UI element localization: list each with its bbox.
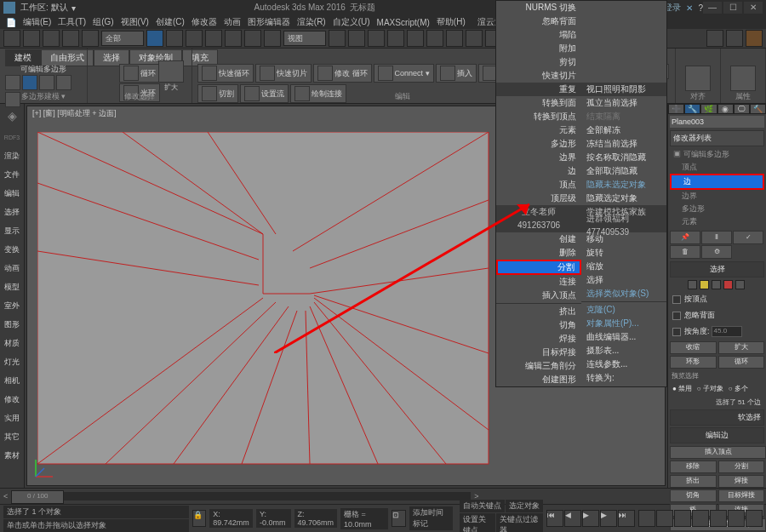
render-frame-button[interactable]	[726, 30, 743, 47]
coord-z[interactable]: Z: 49.706mm	[294, 509, 338, 528]
ctx-wireparam[interactable]: 连线参数...	[581, 358, 666, 371]
ribbon-insert[interactable]: 插入	[436, 64, 477, 83]
btn-shrink[interactable]: 收缩	[670, 341, 717, 354]
ctx-create[interactable]: 创建	[496, 232, 581, 246]
ctx-scale[interactable]: 缩放	[581, 260, 666, 273]
ctx-nurms[interactable]: NURMS 切换	[496, 1, 581, 14]
ctx-split[interactable]: 分割	[496, 260, 581, 275]
lb-render[interactable]: 渲染	[0, 146, 24, 165]
btn-loop[interactable]: 循环	[718, 356, 765, 369]
presel-subobj[interactable]: 子对象	[703, 384, 723, 393]
ribbon-grow-icon[interactable]	[158, 60, 184, 83]
keyfilter-button[interactable]: 关键点过滤器...	[496, 513, 543, 532]
vp-zoomext[interactable]	[674, 510, 691, 527]
vp-zoomall[interactable]	[656, 510, 673, 527]
lb-outdoor[interactable]: 室外	[0, 296, 24, 315]
autokey-button[interactable]: 自动关键点	[460, 500, 505, 512]
ctx-selectsimilar[interactable]: 选择类似对象(S)	[581, 287, 666, 300]
so-elem[interactable]	[735, 280, 745, 289]
minimize-button[interactable]: —	[703, 2, 722, 14]
cp-motion-tab[interactable]: ◉	[717, 104, 734, 114]
ctx-extrude[interactable]: 挤出	[496, 305, 581, 318]
play-toggle[interactable]: ▶	[582, 510, 599, 527]
ctx-chamfer[interactable]: 切角	[496, 318, 581, 332]
stack-showend[interactable]: Ⅱ	[701, 231, 732, 244]
angle-spinner[interactable]: 45.0	[712, 326, 742, 337]
chk-byvertex[interactable]	[672, 295, 681, 304]
stack-edge[interactable]: 边	[670, 174, 764, 190]
coord-y[interactable]: Y: -0.0mm	[256, 509, 291, 528]
time-slider[interactable]: < 0 / 100 >	[0, 488, 766, 504]
rollout-editedge[interactable]: 编辑边	[670, 427, 764, 443]
play-next[interactable]: ▶	[600, 510, 617, 527]
lb-material[interactable]: 材质	[0, 334, 24, 352]
close-button[interactable]: ✕	[744, 2, 763, 14]
so-border[interactable]	[712, 280, 721, 289]
vp-orbit[interactable]	[728, 510, 745, 527]
snap-button[interactable]	[348, 30, 365, 47]
lb-light[interactable]: 灯光	[0, 352, 24, 371]
window-crossing-button[interactable]	[205, 30, 222, 47]
bind-button[interactable]	[82, 30, 99, 47]
select-region-button[interactable]	[186, 30, 203, 47]
time-track[interactable]: 0 / 100	[11, 492, 471, 501]
ctx-insertv[interactable]: 插入顶点	[496, 289, 581, 302]
select-button[interactable]	[146, 30, 163, 47]
ctx-weld[interactable]: 焊接	[496, 332, 581, 346]
layers-button[interactable]	[466, 30, 483, 47]
vp-zoom[interactable]	[638, 510, 655, 527]
add-time-tag[interactable]: 添加时间标记	[409, 506, 453, 530]
ribbon-align-icon[interactable]	[685, 66, 711, 91]
lb-select[interactable]: 选择	[0, 203, 24, 221]
ctx-clone[interactable]: 克隆(C)	[581, 303, 666, 317]
rotate-button[interactable]	[244, 30, 261, 47]
so-edge[interactable]	[700, 280, 709, 289]
lb-other[interactable]: 其它	[0, 427, 24, 446]
redo-button[interactable]	[23, 30, 40, 47]
ctx-edittri[interactable]: 编辑三角剖分	[496, 359, 581, 373]
menu-group[interactable]: 组(G)	[90, 16, 116, 28]
exchange-icon[interactable]: ✕	[686, 3, 693, 13]
ctx-connect[interactable]: 连接	[496, 275, 581, 289]
lb-file[interactable]: 文件	[0, 165, 24, 184]
vp-fov[interactable]	[692, 510, 709, 527]
lb-shape[interactable]: 图形	[0, 315, 24, 334]
ribbon-cut[interactable]: 切割	[197, 84, 238, 103]
btn-grow[interactable]: 扩大	[718, 341, 765, 354]
ref-coord[interactable]: 视图	[283, 31, 326, 46]
object-name-field[interactable]: Plane003	[670, 116, 764, 128]
plane-object[interactable]	[37, 132, 497, 472]
ribbon-quickloop[interactable]: 快速循环	[197, 64, 254, 83]
btn-extrude[interactable]: 挤出	[670, 475, 717, 488]
menu-help[interactable]: 帮助(H)	[434, 16, 468, 28]
play-start[interactable]: ⏮	[546, 510, 563, 527]
ctx-convertto[interactable]: 转换为:	[581, 371, 666, 385]
ctx-ignoreback[interactable]: 忽略背面	[496, 14, 581, 28]
ribbon-connect[interactable]: Connect ▾	[374, 64, 434, 83]
menu-edit[interactable]: 编辑(E)	[20, 16, 54, 28]
stack-element[interactable]: 元素	[670, 215, 764, 228]
ribbon-props-icon[interactable]	[730, 66, 756, 91]
lb-util[interactable]: 实用	[0, 409, 24, 427]
spinner-snap-button[interactable]	[407, 30, 424, 47]
cp-utility-tab[interactable]: 🔨	[750, 104, 766, 114]
ctx-unhideall[interactable]: 全部取消隐藏	[581, 164, 666, 178]
render-button[interactable]	[746, 30, 763, 47]
chk-byangle[interactable]	[672, 328, 681, 336]
ctx-toplevel[interactable]: 顶层级	[496, 192, 581, 205]
ctx-border[interactable]: 边界	[496, 151, 581, 164]
ctx-delete[interactable]: 删除	[496, 246, 581, 260]
setkey-button[interactable]: 设置关键点	[460, 513, 495, 532]
ctx-tovertex[interactable]: 转换到顶点	[496, 110, 581, 123]
btn-remove[interactable]: 移除	[670, 460, 717, 473]
menu-create[interactable]: 创建(C)	[153, 16, 187, 28]
ribbon-setflow[interactable]: 设置流	[240, 84, 289, 103]
ctx-repeat[interactable]: 重复	[496, 83, 581, 96]
ctx-toface[interactable]: 转换到面	[496, 96, 581, 110]
maximize-button[interactable]: ☐	[723, 2, 742, 14]
ctx-hidesel[interactable]: 隐藏选定对象	[581, 192, 666, 205]
stack-unique[interactable]: ✓	[733, 231, 763, 244]
ctx-select[interactable]: 选择	[581, 273, 666, 287]
presel-off[interactable]: 禁用	[678, 384, 692, 393]
cp-modify-tab[interactable]: 🔧	[684, 104, 700, 114]
